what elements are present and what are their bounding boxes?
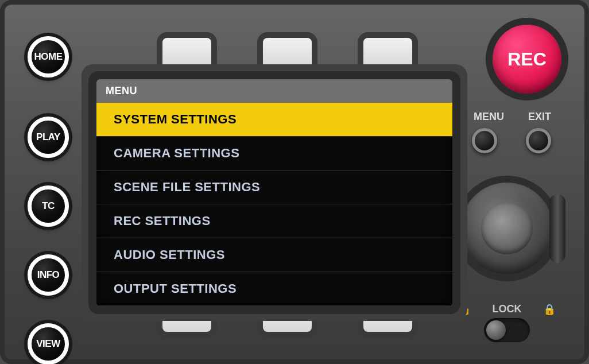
- soft-key-top-2[interactable]: [263, 38, 312, 69]
- menu-item-audio-settings[interactable]: AUDIO SETTINGS: [96, 238, 452, 272]
- tc-button[interactable]: TC: [28, 185, 69, 227]
- soft-key-top-1[interactable]: [162, 38, 211, 69]
- menu-button-label: MENU: [474, 111, 504, 123]
- lock-label: LOCK: [493, 303, 522, 316]
- info-button[interactable]: INFO: [28, 254, 69, 296]
- soft-key-top-3[interactable]: [363, 38, 412, 69]
- play-button[interactable]: PLAY: [28, 117, 69, 158]
- rec-button[interactable]: REC: [493, 25, 561, 94]
- lock-switch-area: 🔓 LOCK 🔒: [458, 303, 556, 342]
- lock-switch[interactable]: [484, 318, 530, 342]
- menu-item-scene-file-settings[interactable]: SCENE FILE SETTINGS: [96, 171, 452, 204]
- lock-icon: 🔒: [543, 303, 556, 316]
- menu-button[interactable]: [472, 128, 497, 153]
- exit-button-label: EXIT: [528, 111, 551, 123]
- menu-item-system-settings[interactable]: SYSTEM SETTINGS: [96, 103, 452, 137]
- home-button[interactable]: HOME: [28, 36, 69, 78]
- unlock-icon: 🔓: [458, 303, 471, 316]
- menu-item-rec-settings[interactable]: REC SETTINGS: [96, 204, 452, 238]
- camera-control-panel: HOME PLAY TC INFO VIEW REC MENU EXIT 🔓 L…: [0, 0, 589, 364]
- lock-switch-knob: [486, 320, 506, 340]
- menu-header: MENU: [96, 79, 452, 103]
- menu-item-camera-settings[interactable]: CAMERA SETTINGS: [96, 137, 452, 171]
- lcd-screen: MENU SYSTEM SETTINGSCAMERA SETTINGSSCENE…: [96, 79, 452, 306]
- view-button[interactable]: VIEW: [28, 323, 69, 364]
- menu-list: SYSTEM SETTINGSCAMERA SETTINGSSCENE FILE…: [96, 103, 452, 306]
- jog-dial[interactable]: [461, 183, 553, 274]
- exit-button[interactable]: [526, 128, 551, 153]
- menu-item-output-settings[interactable]: OUTPUT SETTINGS: [96, 272, 452, 306]
